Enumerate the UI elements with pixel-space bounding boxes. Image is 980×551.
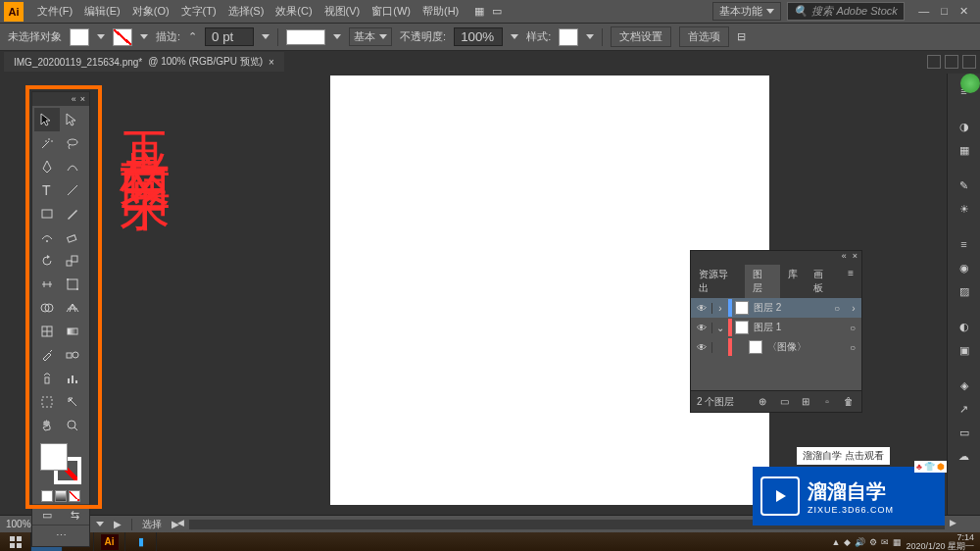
layer-name[interactable]: 〈图像〉 — [765, 340, 844, 354]
tray-icon[interactable]: ◆ — [844, 537, 851, 547]
document-tab[interactable]: IMG_20200119_215634.png* @ 100% (RGB/GPU… — [4, 52, 284, 72]
pen-tool[interactable] — [34, 155, 60, 178]
screen-mode-toggle[interactable]: ⇆ — [61, 505, 89, 525]
search-input[interactable]: 🔍 搜索 Adobe Stock — [787, 2, 905, 21]
eraser-tool[interactable] — [60, 225, 85, 249]
bridge-icon[interactable]: ▦ — [474, 5, 484, 18]
expand-toggle[interactable]: › — [712, 303, 728, 314]
menu-object[interactable]: 对象(O) — [126, 4, 175, 19]
blend-tool[interactable] — [60, 343, 85, 367]
none-mode[interactable] — [69, 490, 80, 502]
scale-tool[interactable] — [60, 249, 85, 273]
rectangle-tool[interactable] — [34, 202, 60, 225]
transparency-panel-icon[interactable]: ▨ — [955, 281, 974, 301]
style-swatch[interactable] — [559, 28, 578, 46]
window-restore[interactable]: □ — [941, 5, 948, 18]
tab-libraries[interactable]: 库 — [780, 265, 806, 298]
expand-toggle[interactable]: ⌄ — [712, 323, 728, 333]
new-sublayer-icon[interactable]: ⊞ — [799, 395, 812, 409]
tray-icon[interactable]: ✉ — [881, 537, 889, 547]
panel-toggle-3[interactable] — [962, 55, 976, 69]
artboards-panel-icon[interactable]: ▭ — [955, 423, 974, 442]
fill-stroke-control[interactable] — [32, 439, 89, 488]
layer-row[interactable]: 👁 〈图像〉 ○ — [691, 337, 861, 357]
artboard-tool[interactable] — [34, 390, 60, 414]
direct-selection-tool[interactable] — [60, 108, 85, 131]
perspective-grid-tool[interactable] — [60, 296, 85, 320]
stroke-panel-icon[interactable]: ≡ — [955, 234, 974, 254]
layer-name[interactable]: 图层 1 — [752, 321, 844, 334]
fill-color[interactable] — [40, 443, 68, 471]
color-mode[interactable] — [41, 490, 53, 502]
asset-export-icon[interactable]: ↗ — [955, 399, 974, 419]
zoom-tool[interactable] — [60, 414, 85, 437]
gradient-panel-icon[interactable]: ◉ — [955, 258, 974, 277]
window-minimize[interactable]: — — [918, 5, 929, 18]
opacity-input[interactable] — [454, 27, 503, 46]
layers-panel-icon[interactable]: ◈ — [955, 376, 974, 395]
menu-select[interactable]: 选择(S) — [222, 4, 270, 19]
layer-row[interactable]: 👁 ⌄ 图层 1 ○ — [691, 318, 861, 337]
free-transform-tool[interactable] — [60, 273, 85, 296]
locate-object-icon[interactable]: ⊕ — [756, 395, 769, 409]
menu-edit[interactable]: 编辑(E) — [78, 4, 126, 19]
start-button[interactable] — [0, 532, 31, 551]
menu-type[interactable]: 文字(T) — [175, 4, 222, 19]
swatches-panel-icon[interactable]: ▦ — [955, 140, 974, 160]
workspace-selector[interactable]: 基本功能 — [712, 2, 781, 21]
selection-tool[interactable] — [34, 108, 60, 131]
select-indicator[interactable]: › — [846, 303, 861, 314]
visibility-toggle[interactable]: 👁 — [691, 303, 712, 314]
visibility-toggle[interactable]: 👁 — [691, 323, 712, 333]
delete-layer-icon[interactable]: 🗑 — [842, 395, 856, 409]
edit-toolbar-button[interactable]: ⋯ — [32, 525, 89, 546]
document-setup-button[interactable]: 文档设置 — [611, 26, 671, 47]
gradient-tool[interactable] — [60, 320, 85, 343]
lasso-tool[interactable] — [60, 131, 85, 155]
zoom-level[interactable]: 100% — [6, 519, 31, 529]
gradient-mode[interactable] — [55, 490, 67, 502]
fill-swatch[interactable] — [70, 28, 89, 46]
mesh-tool[interactable] — [34, 320, 60, 343]
graphic-styles-panel-icon[interactable]: ▣ — [955, 340, 974, 360]
eyedropper-tool[interactable] — [34, 343, 60, 367]
brushes-panel-icon[interactable]: ✎ — [955, 175, 974, 195]
line-tool[interactable] — [60, 178, 85, 202]
panel-toggle-2[interactable] — [945, 55, 958, 69]
symbols-panel-icon[interactable]: ☀ — [955, 199, 974, 219]
shaper-tool[interactable] — [34, 225, 60, 249]
tray-icon[interactable]: ▲ — [832, 537, 841, 547]
preferences-button[interactable]: 首选项 — [679, 26, 729, 47]
symbol-sprayer-tool[interactable] — [34, 367, 60, 390]
panel-menu-icon[interactable]: ≡ — [840, 265, 861, 298]
brush-definition[interactable]: 基本 — [349, 27, 392, 46]
magic-wand-tool[interactable] — [34, 131, 60, 155]
brush-preview[interactable] — [286, 29, 325, 45]
target-icon[interactable]: ○ — [844, 342, 861, 353]
rotate-tool[interactable] — [34, 249, 60, 273]
menu-help[interactable]: 帮助(H) — [416, 4, 465, 19]
window-close[interactable]: ✕ — [959, 5, 968, 18]
tray-icon[interactable]: ▦ — [893, 537, 902, 547]
new-layer-icon[interactable]: ▫ — [820, 395, 834, 409]
tray-icon[interactable]: ⚙ — [869, 537, 877, 547]
curvature-tool[interactable] — [60, 155, 85, 178]
layer-row[interactable]: 👁 › 图层 2 ○ › — [691, 298, 861, 318]
screen-mode-normal[interactable]: ▭ — [32, 505, 61, 525]
color-panel-icon[interactable]: ◑ — [955, 117, 974, 136]
menu-file[interactable]: 文件(F) — [31, 4, 78, 19]
layer-name[interactable]: 图层 2 — [752, 301, 828, 315]
stroke-weight-input[interactable] — [205, 27, 254, 46]
appearance-panel-icon[interactable]: ◐ — [955, 317, 974, 336]
share-badge[interactable] — [960, 74, 980, 93]
panel-toggle-1[interactable] — [927, 55, 941, 69]
target-icon[interactable]: ○ — [828, 303, 846, 314]
taskbar-app[interactable]: ▮ — [125, 532, 157, 551]
tools-panel-header[interactable]: «× — [32, 92, 89, 106]
system-tray[interactable]: ▲ ◆ 🔊 ⚙ ✉ ▦ 7:14 2020/1/20 星期一 — [826, 533, 980, 551]
layers-panel-header[interactable]: «× — [691, 251, 861, 265]
shape-builder-tool[interactable] — [34, 296, 60, 320]
menu-effect[interactable]: 效果(C) — [270, 4, 318, 19]
make-clipping-mask-icon[interactable]: ▭ — [777, 395, 791, 409]
libraries-panel-icon[interactable]: ☁ — [955, 446, 974, 466]
